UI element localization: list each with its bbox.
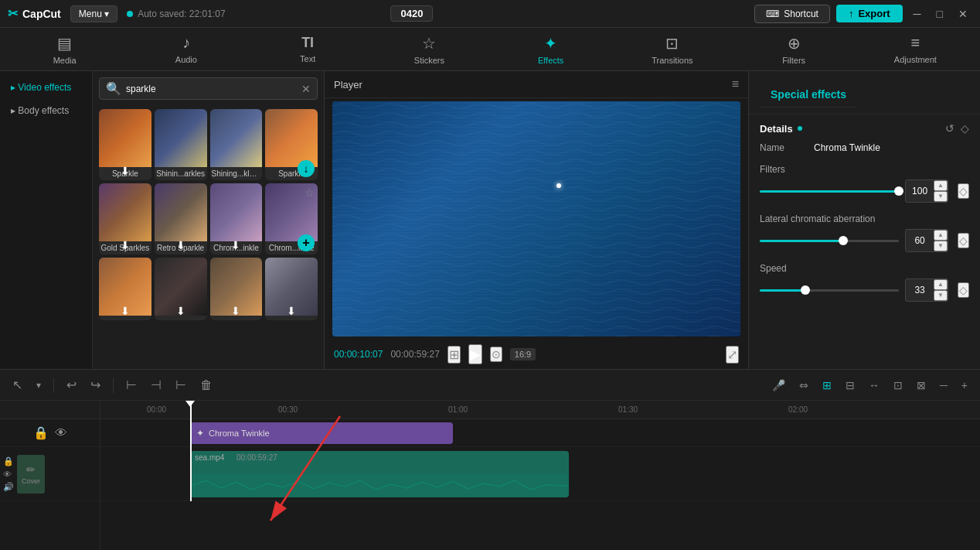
undo-button[interactable]: ↩ xyxy=(62,374,81,395)
lateral-slider-track[interactable] xyxy=(760,240,899,242)
microphone-button[interactable]: 🎤 xyxy=(767,377,790,394)
timeline-scrollable: 00:00 00:30 01:00 01:30 02:00 ✦ Chroma T… xyxy=(100,401,980,550)
shortcut-button[interactable]: ⌨ Shortcut xyxy=(754,5,830,23)
stickers-icon: ☆ xyxy=(422,34,436,53)
effect-card-unk2[interactable]: ⬇ xyxy=(155,258,207,320)
sidebar-body-effects[interactable]: ▸ Body effects xyxy=(0,99,92,122)
move-button[interactable]: ⊠ xyxy=(912,377,931,394)
effect-card-retro[interactable]: ⬇ Retro Sparkle xyxy=(155,183,207,255)
lock-icon[interactable]: 🔒 xyxy=(33,425,49,440)
filters-slider-track[interactable] xyxy=(760,190,899,193)
filters-diamond-button[interactable]: ◇ xyxy=(958,183,969,199)
diamond-reset-button[interactable]: ◇ xyxy=(961,122,969,135)
timeline-toolbar: ↖ ▾ ↩ ↪ ⊢ ⊣ ⊢ 🗑 🎤 ⇔ ⊞ ⊟ ↔ ⊡ ⊠ ─ + xyxy=(0,370,980,401)
close-button[interactable]: ✕ xyxy=(954,6,972,22)
speed-down-arrow[interactable]: ▼ xyxy=(934,290,948,301)
delete-button[interactable]: 🗑 xyxy=(196,375,217,395)
maximize-button[interactable]: □ xyxy=(932,6,948,22)
special-effects-title: Special effects xyxy=(760,79,857,108)
effect-card-sparkle1[interactable]: ⬇ Sparkle xyxy=(99,109,151,180)
pip-button[interactable]: ⊡ xyxy=(889,377,907,394)
menu-button[interactable]: Menu ▾ xyxy=(70,5,117,22)
effect-thumb-sparkle1: ⬇ xyxy=(99,109,151,167)
water-texture xyxy=(332,101,740,336)
speed-slider-track[interactable] xyxy=(760,289,899,292)
export-button[interactable]: ↑ Export xyxy=(836,5,903,22)
effect-card-unk3[interactable]: ⬇ xyxy=(210,258,263,320)
speed-slider-thumb[interactable] xyxy=(801,285,810,295)
autosave-dot xyxy=(127,11,133,17)
ruler-mark-30: 00:30 xyxy=(278,405,298,414)
play-button[interactable]: ▶ xyxy=(468,344,482,364)
search-close-icon[interactable]: ✕ xyxy=(301,83,311,95)
adjustment-icon: ≡ xyxy=(911,34,920,52)
app-name: CapCut xyxy=(22,8,61,20)
video-audio-icon[interactable]: 🔊 xyxy=(3,482,14,492)
effect-card-sparkle2[interactable]: ↓ Sparkle xyxy=(265,109,318,180)
player-panel: Player ≡ 00:00:10:07 xyxy=(325,71,748,369)
video-clip[interactable]: sea.mp4 00:00:59:27 xyxy=(190,451,569,497)
undo-reset-button[interactable]: ↺ xyxy=(945,122,954,135)
sidebar-video-effects[interactable]: ▸ Video effects xyxy=(0,76,92,99)
ruler-mark-130: 01:30 xyxy=(618,405,638,414)
effect-card-gold[interactable]: ⬇ Gold Sparkles xyxy=(99,183,151,255)
tool-filters[interactable]: ⊕ Filters xyxy=(734,28,854,71)
video-lock-icon[interactable]: 🔒 xyxy=(3,456,14,466)
effect-card-unk1[interactable]: ⬇ xyxy=(99,258,151,320)
effect-card-chrom2[interactable]: ☆ + Chrom...inkle Add to track xyxy=(265,183,318,255)
minus-button[interactable]: ─ xyxy=(935,377,952,394)
cover-label: Cover xyxy=(22,477,40,485)
speed-up-arrow[interactable]: ▲ xyxy=(934,279,948,290)
effect-card-unk4[interactable]: ⬇ xyxy=(265,258,318,320)
lateral-slider-thumb[interactable] xyxy=(839,236,848,245)
lateral-slider-fill xyxy=(760,240,843,242)
minimize-button[interactable]: ─ xyxy=(909,6,926,22)
player-menu-button[interactable]: ≡ xyxy=(732,77,739,91)
effect-thumb-unk4: ⬇ xyxy=(265,258,318,316)
connect-button[interactable]: ⊟ xyxy=(841,377,859,394)
tool-transitions[interactable]: ⊡ Transitions xyxy=(612,28,732,71)
video-eye-icon[interactable]: 👁 xyxy=(3,470,14,479)
lateral-up-arrow[interactable]: ▲ xyxy=(934,230,948,241)
fullscreen-button[interactable]: ⤢ xyxy=(726,346,739,364)
crop-button[interactable]: ⊙ xyxy=(490,347,502,362)
redo-button[interactable]: ↪ xyxy=(86,374,105,395)
tool-audio[interactable]: ♪ Audio xyxy=(126,28,246,70)
tool-effects[interactable]: ✦ Effects xyxy=(491,28,611,71)
lateral-diamond-button[interactable]: ◇ xyxy=(958,233,969,248)
tool-audio-label: Audio xyxy=(175,55,197,64)
grid-button[interactable]: ⊞ xyxy=(447,346,461,364)
effect-card-shining2[interactable]: Shining...kles II xyxy=(210,109,263,180)
tool-adjustment[interactable]: ≡ Adjustment xyxy=(856,28,975,70)
split-right-button[interactable]: ⊢ xyxy=(171,374,191,395)
filters-arrows: ▲ ▼ xyxy=(934,180,948,202)
time-total: 00:00:59:27 xyxy=(390,349,439,360)
effect-card-shining1[interactable]: Shinin...arkles xyxy=(155,109,207,180)
expand-button[interactable]: ↔ xyxy=(864,377,884,394)
search-input[interactable] xyxy=(126,84,297,94)
filters-slider-row: Filters 100 ▲ ▼ ◇ xyxy=(760,164,969,203)
aspect-ratio-badge[interactable]: 16:9 xyxy=(510,348,536,360)
speed-diamond-button[interactable]: ◇ xyxy=(958,282,969,298)
split-button[interactable]: ⊢ xyxy=(121,374,141,395)
split-left-button[interactable]: ⊣ xyxy=(146,374,166,395)
tool-text[interactable]: TI Text xyxy=(248,29,368,70)
link-button[interactable]: ⇔ xyxy=(795,377,813,394)
filters-up-arrow[interactable]: ▲ xyxy=(934,180,948,191)
filters-slider-thumb[interactable] xyxy=(894,186,903,196)
tools-tabs: ▤ Media ♪ Audio TI Text ☆ Stickers ✦ Eff… xyxy=(0,28,980,71)
tool-media[interactable]: ▤ Media xyxy=(5,28,124,71)
tool-stickers[interactable]: ☆ Stickers xyxy=(369,28,489,71)
magnet-button[interactable]: ⊞ xyxy=(818,377,836,394)
eye-icon[interactable]: 👁 xyxy=(55,426,67,440)
detail-name-row: Name Chroma Twinkle xyxy=(760,142,969,153)
effect-thumb-retro: ⬇ xyxy=(155,183,207,241)
effect-clip-chroma[interactable]: ✦ Chroma Twinkle xyxy=(190,422,453,444)
select-tool-button[interactable]: ↖ xyxy=(8,374,27,395)
plus-button[interactable]: + xyxy=(957,377,972,394)
filters-slider-fill xyxy=(760,190,899,193)
lateral-down-arrow[interactable]: ▼ xyxy=(934,241,948,251)
effect-card-chrom1[interactable]: ⬇ Chrom...inkle xyxy=(210,183,263,255)
select-arrow-button[interactable]: ▾ xyxy=(32,377,46,394)
filters-down-arrow[interactable]: ▼ xyxy=(934,191,948,202)
